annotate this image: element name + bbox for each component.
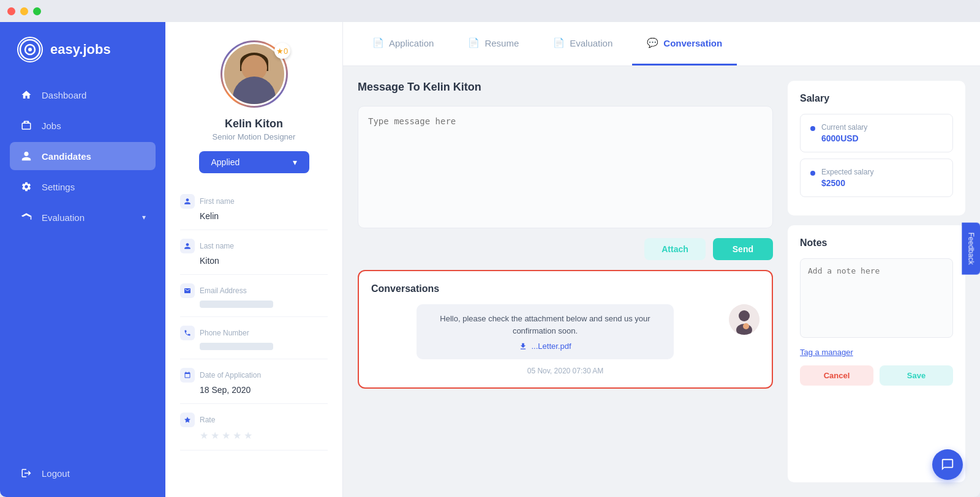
tab-evaluation[interactable]: 📄 Evaluation	[538, 22, 627, 65]
tab-conversation-label: Conversation	[663, 38, 722, 48]
date-field: Date of Application 18 Sep, 2020	[180, 359, 328, 404]
expected-salary-dot	[810, 171, 815, 176]
star-icon	[180, 413, 195, 427]
resume-tab-icon: 📄	[468, 37, 480, 48]
sidebar-item-candidates-label: Candidates	[42, 151, 91, 162]
info-section: First name Kelin Last name Kiton	[180, 185, 328, 450]
tab-application-label: Application	[389, 38, 434, 48]
tab-resume-label: Resume	[484, 38, 519, 48]
briefcase-icon	[20, 119, 33, 132]
star-count: 0	[284, 47, 288, 56]
star-5[interactable]: ★	[244, 430, 252, 441]
tab-evaluation-label: Evaluation	[570, 38, 612, 48]
conversations-title: Conversations	[371, 283, 760, 294]
conv-attachment[interactable]: ...Letter.pdf	[428, 342, 663, 351]
attach-button[interactable]: Attach	[644, 238, 706, 260]
logout-button[interactable]: Logout	[10, 459, 156, 487]
star-2[interactable]: ★	[211, 430, 219, 441]
first-name-value: Kelin	[180, 211, 328, 221]
feedback-tab[interactable]: Feedback	[962, 223, 980, 275]
conv-bubble-wrap: Hello, please check the attachment below…	[371, 304, 719, 359]
last-name-field: Last name Kiton	[180, 230, 328, 275]
person-icon-small	[180, 194, 195, 209]
conv-text: Hello, please check the attachment below…	[428, 313, 663, 337]
conv-avatar	[729, 304, 760, 335]
sidebar-item-settings[interactable]: Settings	[10, 173, 156, 201]
titlebar	[0, 0, 980, 22]
sidebar: easy.jobs Dashboard Jobs	[0, 22, 165, 497]
phone-label: Phone Number	[180, 326, 328, 340]
status-label: Applied	[211, 157, 240, 167]
message-textarea[interactable]	[358, 106, 773, 228]
logo-svg	[19, 39, 41, 61]
sidebar-item-settings-label: Settings	[42, 182, 75, 192]
person-icon-small2	[180, 239, 195, 253]
avatar-body	[233, 77, 276, 104]
status-button[interactable]: Applied ▾	[199, 151, 309, 173]
sidebar-item-dashboard[interactable]: Dashboard	[10, 81, 156, 109]
tabs-bar: 📄 Application 📄 Resume 📄 Evaluation 💬 Co…	[343, 22, 980, 66]
evaluation-tab-icon: 📄	[553, 37, 565, 48]
download-icon	[519, 342, 527, 351]
conv-avatar-svg	[729, 304, 760, 335]
first-name-label: First name	[180, 194, 328, 209]
tab-application[interactable]: 📄 Application	[358, 22, 448, 65]
chat-fab-icon	[941, 458, 954, 471]
status-chevron-icon: ▾	[293, 157, 297, 167]
save-button[interactable]: Save	[880, 365, 953, 386]
home-icon	[20, 88, 33, 102]
current-salary-info: Current salary 6000USD	[821, 123, 867, 143]
tag-manager-link[interactable]: Tag a manager	[800, 348, 953, 357]
conversation-panel: Message To Kelin Kiton Attach Send Conve…	[358, 81, 773, 482]
conv-bubble: Hello, please check the attachment below…	[417, 304, 674, 359]
phone-icon	[180, 326, 195, 340]
graduation-icon	[20, 211, 33, 224]
minimize-button[interactable]	[20, 7, 28, 15]
notes-section: Notes Tag a manager Cancel Save	[788, 225, 965, 482]
sidebar-item-jobs[interactable]: Jobs	[10, 111, 156, 140]
date-value: 18 Sep, 2020	[180, 385, 328, 395]
cancel-button[interactable]: Cancel	[800, 365, 873, 386]
conversation-message: Hello, please check the attachment below…	[371, 304, 760, 359]
first-name-field: First name Kelin	[180, 185, 328, 230]
expected-salary-label: Expected salary	[821, 168, 873, 176]
close-button[interactable]	[7, 7, 15, 15]
logo-area: easy.jobs	[0, 22, 165, 81]
notes-actions: Cancel Save	[800, 365, 953, 386]
sidebar-item-candidates[interactable]: Candidates	[10, 142, 156, 170]
expected-salary-card: Expected salary $2500	[800, 159, 953, 197]
tab-resume[interactable]: 📄 Resume	[453, 22, 533, 65]
gear-icon	[20, 180, 33, 193]
star-4[interactable]: ★	[233, 430, 241, 441]
logout-area: Logout	[0, 449, 165, 497]
sidebar-item-evaluation-label: Evaluation	[42, 212, 85, 223]
profile-panel: ★ 0 Kelin Kiton Senior Motion Designer A…	[165, 22, 343, 497]
conv-time: 05 Nov, 2020 07:30 AM	[371, 367, 760, 375]
tab-conversation[interactable]: 💬 Conversation	[632, 22, 737, 65]
svg-point-6	[743, 323, 749, 329]
send-button[interactable]: Send	[713, 238, 773, 260]
main-content: 📄 Application 📄 Resume 📄 Evaluation 💬 Co…	[343, 22, 980, 497]
right-panel: Salary Current salary 6000USD Expected	[788, 81, 965, 482]
sidebar-item-jobs-label: Jobs	[42, 121, 61, 131]
date-label: Date of Application	[180, 368, 328, 383]
current-salary-value: 6000USD	[821, 133, 867, 143]
app-window: easy.jobs Dashboard Jobs	[0, 0, 980, 497]
star-3[interactable]: ★	[222, 430, 230, 441]
conversation-tab-icon: 💬	[647, 37, 658, 48]
maximize-button[interactable]	[33, 7, 41, 15]
sidebar-item-evaluation[interactable]: Evaluation ▾	[10, 203, 156, 231]
chevron-down-icon: ▾	[142, 213, 146, 222]
current-salary-card: Current salary 6000USD	[800, 114, 953, 152]
logo-icon	[17, 37, 43, 62]
star-badge: ★ 0	[274, 43, 290, 59]
current-salary-label: Current salary	[821, 123, 867, 132]
stars-row: ★ ★ ★ ★ ★	[180, 430, 328, 441]
email-label: Email Address	[180, 283, 328, 298]
last-name-label: Last name	[180, 239, 328, 253]
notes-textarea[interactable]	[800, 258, 953, 338]
chat-fab[interactable]	[932, 449, 963, 480]
logo-text: easy.jobs	[50, 42, 111, 58]
nav-items: Dashboard Jobs Candidates	[0, 81, 165, 449]
star-1[interactable]: ★	[200, 430, 208, 441]
